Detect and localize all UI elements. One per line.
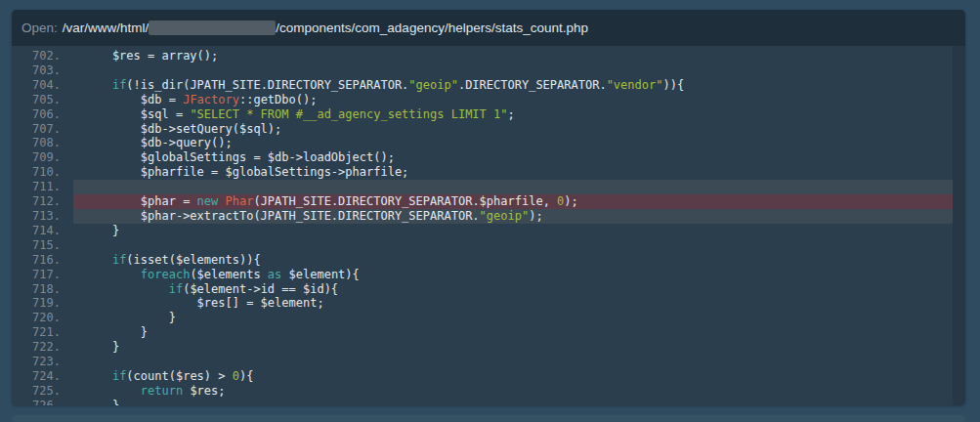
line-code <box>73 63 953 78</box>
file-path-prefix: /var/www/html/ <box>63 21 149 35</box>
line-code: $sql = "SELECT * FROM #__ad_agency_setti… <box>73 107 953 122</box>
line-number: 717. <box>12 268 73 282</box>
code-line: 714. } <box>12 224 965 238</box>
code-line: 724. if(count($res) > 0){ <box>12 369 965 384</box>
line-code: $res = array(); <box>73 49 953 63</box>
code-line: 716. if(isset($elements)){ <box>12 253 965 268</box>
file-path-header: Open: /var/www/html//components/com_adag… <box>12 10 965 46</box>
line-number: 710. <box>12 165 73 180</box>
open-label: Open: <box>21 21 58 35</box>
code-line: 723. <box>12 355 965 369</box>
code-lines: 702. $res = array();703.704. if(!is_dir(… <box>12 49 965 405</box>
line-number: 719. <box>12 296 73 311</box>
line-number: 726. <box>12 399 73 405</box>
line-code: } <box>73 311 953 325</box>
line-number: 703. <box>12 63 73 78</box>
code-line: 711. <box>12 180 965 194</box>
code-line: 705. $db = JFactory::getDbo(); <box>12 93 965 107</box>
line-code: $db->query(); <box>73 136 953 150</box>
code-line: 703. <box>12 63 965 78</box>
line-code: $db->setQuery($sql); <box>73 122 953 137</box>
code-line: 720. } <box>12 311 965 325</box>
code-line: 717. foreach($elements as $element){ <box>12 268 965 282</box>
line-number: 704. <box>12 78 73 93</box>
line-code: if(!is_dir(JPATH_SITE.DIRECTORY_SEPARATO… <box>73 78 953 93</box>
line-code: $res[] = $element; <box>73 296 953 311</box>
code-line: 721. } <box>12 325 965 340</box>
code-line: 706. $sql = "SELECT * FROM #__ad_agency_… <box>12 107 965 122</box>
code-area[interactable]: 702. $res = array();703.704. if(!is_dir(… <box>12 46 965 405</box>
vertical-scrollbar[interactable] <box>953 46 965 405</box>
file-viewer-panel: Open: /var/www/html//components/com_adag… <box>12 10 965 405</box>
line-number: 712. <box>12 194 73 209</box>
line-number: 720. <box>12 311 73 325</box>
file-path-suffix: /components/com_adagency/helpers/stats_c… <box>276 21 588 35</box>
line-code <box>73 238 953 253</box>
redacted-path-segment <box>149 21 276 35</box>
line-code: $pharfile = $globalSettings->pharfile; <box>73 165 953 180</box>
code-line: 710. $pharfile = $globalSettings->pharfi… <box>12 165 965 180</box>
line-number: 718. <box>12 282 73 297</box>
code-line: 713. $phar->extractTo(JPATH_SITE.DIRECTO… <box>12 209 965 224</box>
line-number: 706. <box>12 107 73 122</box>
line-number: 715. <box>12 238 73 253</box>
line-number: 705. <box>12 93 73 107</box>
line-number: 721. <box>12 325 73 340</box>
code-line: 718. if($element->id == $id){ <box>12 282 965 297</box>
line-code: if(count($res) > 0){ <box>73 369 953 384</box>
line-code: return $res; <box>73 384 953 399</box>
line-number: 707. <box>12 122 73 137</box>
code-line: 704. if(!is_dir(JPATH_SITE.DIRECTORY_SEP… <box>12 78 965 93</box>
code-line: 708. $db->query(); <box>12 136 965 150</box>
line-code: $globalSettings = $db->loadObject(); <box>73 150 953 165</box>
line-code <box>73 355 953 369</box>
line-code <box>73 180 953 194</box>
line-number: 711. <box>12 180 73 194</box>
line-number: 709. <box>12 150 73 165</box>
line-code: } <box>73 224 953 238</box>
code-line: 722. } <box>12 340 965 355</box>
line-number: 708. <box>12 136 73 150</box>
line-code: if(isset($elements)){ <box>73 253 953 268</box>
line-code: foreach($elements as $element){ <box>73 268 953 282</box>
line-code: } <box>73 325 953 340</box>
next-panel-edge <box>12 415 965 422</box>
line-code: } <box>73 340 953 355</box>
code-line: 726. } <box>12 399 965 405</box>
line-number: 713. <box>12 209 73 224</box>
line-number: 723. <box>12 355 73 369</box>
code-line: 725. return $res; <box>12 384 965 399</box>
code-line: 709. $globalSettings = $db->loadObject()… <box>12 150 965 165</box>
line-code: if($element->id == $id){ <box>73 282 953 297</box>
file-path: /var/www/html//components/com_adagency/h… <box>63 21 588 35</box>
line-number: 725. <box>12 384 73 399</box>
line-code: $phar = new Phar(JPATH_SITE.DIRECTORY_SE… <box>73 194 953 209</box>
line-number: 724. <box>12 369 73 384</box>
code-line: 712. $phar = new Phar(JPATH_SITE.DIRECTO… <box>12 194 965 209</box>
code-line: 707. $db->setQuery($sql); <box>12 122 965 137</box>
line-number: 702. <box>12 49 73 63</box>
line-number: 716. <box>12 253 73 268</box>
line-code: $db = JFactory::getDbo(); <box>73 93 953 107</box>
line-code: } <box>73 399 953 405</box>
code-line: 702. $res = array(); <box>12 49 965 63</box>
line-number: 722. <box>12 340 73 355</box>
code-line: 715. <box>12 238 965 253</box>
line-number: 714. <box>12 224 73 238</box>
line-code: $phar->extractTo(JPATH_SITE.DIRECTORY_SE… <box>73 209 953 224</box>
code-line: 719. $res[] = $element; <box>12 296 965 311</box>
